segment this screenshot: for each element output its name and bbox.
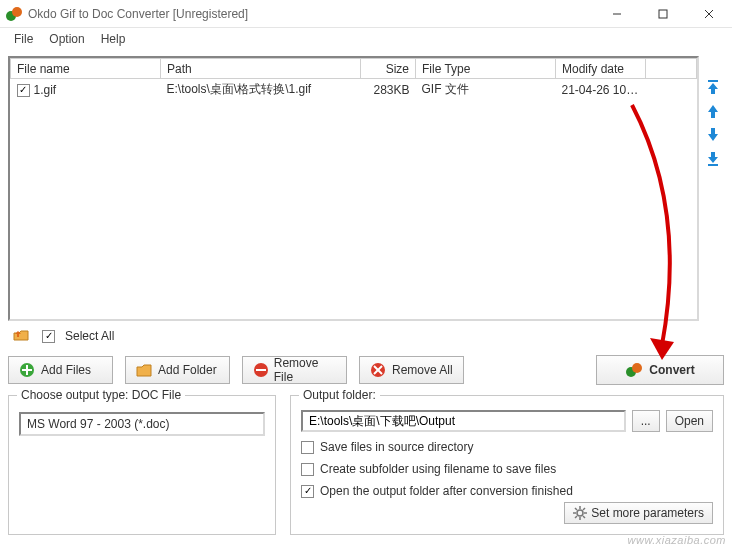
svg-marker-17: [137, 365, 151, 376]
select-all-label: Select All: [65, 329, 114, 343]
close-button[interactable]: [686, 0, 732, 28]
col-path[interactable]: Path: [161, 59, 361, 79]
create-subfolder-label: Create subfolder using filename to save …: [320, 462, 556, 476]
table-row[interactable]: ✓ 1.gif E:\tools\桌面\格式转换\1.gif 283KB GIF…: [11, 79, 697, 101]
move-bottom-button[interactable]: [704, 150, 722, 168]
svg-point-25: [577, 510, 583, 516]
up-folder-button[interactable]: [10, 327, 32, 345]
remove-icon: [370, 362, 386, 378]
output-folder-label: Output folder:: [299, 388, 380, 402]
set-more-parameters-button[interactable]: Set more parameters: [564, 502, 713, 524]
save-in-source-label: Save files in source directory: [320, 440, 473, 454]
convert-icon: [625, 361, 643, 379]
col-file-name[interactable]: File name: [11, 59, 161, 79]
minus-icon: [253, 362, 268, 378]
svg-marker-8: [708, 105, 718, 118]
col-file-type[interactable]: File Type: [416, 59, 556, 79]
cell-file-name: 1.gif: [34, 83, 57, 97]
svg-marker-10: [708, 152, 718, 163]
svg-rect-6: [708, 80, 718, 82]
remove-all-button[interactable]: Remove All: [359, 356, 464, 384]
col-size[interactable]: Size: [361, 59, 416, 79]
svg-line-30: [575, 508, 577, 510]
cell-size: 283KB: [361, 79, 416, 101]
svg-rect-11: [708, 164, 718, 166]
menu-file[interactable]: File: [6, 28, 41, 50]
convert-button[interactable]: Convert: [596, 355, 724, 385]
output-type-label: Choose output type: DOC File: [17, 388, 185, 402]
minimize-button[interactable]: [594, 0, 640, 28]
save-in-source-checkbox[interactable]: [301, 441, 314, 454]
svg-point-1: [12, 7, 22, 17]
svg-line-33: [575, 516, 577, 518]
svg-marker-9: [708, 128, 718, 141]
add-files-button[interactable]: Add Files: [8, 356, 113, 384]
window-title: Okdo Gif to Doc Converter [Unregistered]: [28, 7, 248, 21]
plus-icon: [19, 362, 35, 378]
svg-line-31: [583, 516, 585, 518]
col-modify-date[interactable]: Modify date: [556, 59, 646, 79]
open-folder-button[interactable]: Open: [666, 410, 713, 432]
remove-file-button[interactable]: Remove File: [242, 356, 347, 384]
window-controls: [594, 0, 732, 28]
menu-help[interactable]: Help: [93, 28, 134, 50]
reorder-buttons: [702, 56, 724, 321]
row-checkbox[interactable]: ✓: [17, 84, 30, 97]
column-header-row[interactable]: File name Path Size File Type Modify dat…: [11, 59, 697, 79]
app-icon: [6, 6, 22, 22]
menu-bar: File Option Help: [0, 28, 732, 50]
watermark: www.xiazaiba.com: [628, 534, 726, 546]
create-subfolder-checkbox[interactable]: [301, 463, 314, 476]
cell-type: GIF 文件: [416, 79, 556, 101]
svg-line-32: [583, 508, 585, 510]
gear-icon: [573, 506, 587, 520]
svg-marker-12: [14, 331, 28, 340]
title-bar: Okdo Gif to Doc Converter [Unregistered]: [0, 0, 732, 28]
open-after-label: Open the output folder after conversion …: [320, 484, 573, 498]
col-pad: [646, 59, 697, 79]
move-top-button[interactable]: [704, 78, 722, 96]
maximize-button[interactable]: [640, 0, 686, 28]
add-folder-button[interactable]: Add Folder: [125, 356, 230, 384]
svg-rect-3: [659, 10, 667, 18]
folder-icon: [136, 363, 152, 377]
move-down-button[interactable]: [704, 126, 722, 144]
svg-rect-16: [22, 369, 32, 371]
output-type-select[interactable]: MS Word 97 - 2003 (*.doc): [19, 412, 265, 436]
cell-date: 21-04-26 10:33: [556, 79, 646, 101]
menu-option[interactable]: Option: [41, 28, 92, 50]
browse-button[interactable]: ...: [632, 410, 660, 432]
cell-path: E:\tools\桌面\格式转换\1.gif: [161, 79, 361, 101]
select-all-checkbox[interactable]: ✓: [42, 330, 55, 343]
svg-point-24: [632, 363, 642, 373]
output-type-group: Choose output type: DOC File MS Word 97 …: [8, 395, 276, 535]
file-list[interactable]: File name Path Size File Type Modify dat…: [8, 56, 699, 321]
output-folder-group: Output folder: ... Open Save files in so…: [290, 395, 724, 535]
move-up-button[interactable]: [704, 102, 722, 120]
open-after-checkbox[interactable]: ✓: [301, 485, 314, 498]
svg-marker-7: [708, 83, 718, 94]
svg-rect-19: [256, 369, 266, 371]
output-folder-input[interactable]: [301, 410, 626, 432]
